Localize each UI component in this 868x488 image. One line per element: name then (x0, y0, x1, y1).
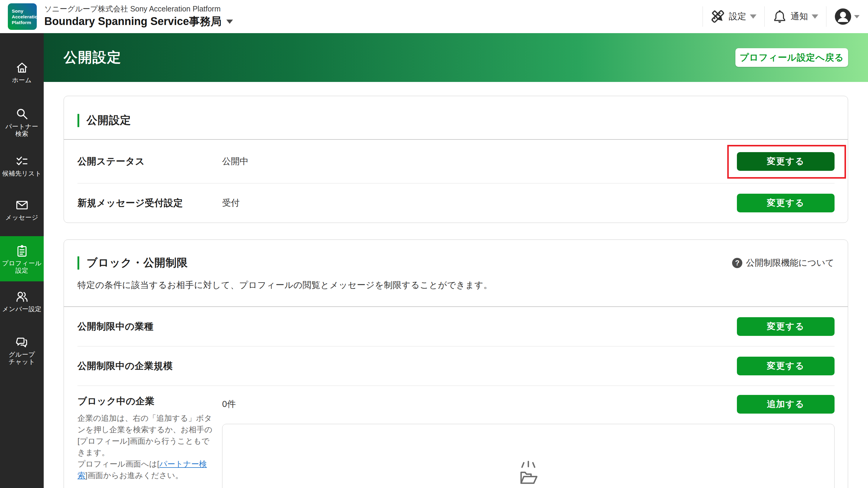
sidebar-item-messages[interactable]: メッセージ (0, 198, 44, 221)
logo-line: Acceleration (12, 14, 37, 20)
members-icon (15, 290, 29, 304)
section-title-block: ブロック・公開制限 (78, 255, 188, 270)
envelope-icon (15, 198, 29, 212)
section-accent-bar (78, 114, 79, 127)
chevron-down-icon (812, 14, 818, 19)
settings-menu[interactable]: 設定 (711, 9, 756, 24)
row-label: 公開ステータス (78, 155, 222, 168)
chevron-down-icon (226, 20, 233, 24)
divider (826, 6, 827, 27)
sony-acceleration-platform-logo[interactable]: Sony Acceleration Platform (8, 3, 37, 30)
page-title: 公開設定 (64, 48, 121, 67)
sidebar-item-label: チャット (9, 358, 35, 365)
ruler-pencil-icon (711, 9, 725, 24)
profile-menu[interactable] (834, 8, 860, 25)
change-publish-status-button[interactable]: 変更する (737, 152, 835, 171)
top-bar: Sony Acceleration Platform ソニーグループ株式会社 S… (0, 0, 868, 33)
avatar-icon (834, 8, 852, 25)
blocked-companies-help-text: 企業の追加は、右の「追加する」ボタンを押し企業を検索するか、お相手の[プロフィー… (78, 412, 214, 481)
account-block: ソニーグループ株式会社 Sony Acceleration Platform B… (44, 4, 233, 29)
row-publish-status: 公開ステータス 公開中 変更する (64, 140, 848, 183)
row-label: 公開制限中の企業規模 (78, 360, 222, 372)
sidebar-item-partner-search[interactable]: パートナー 検索 (0, 107, 44, 137)
block-restriction-card: ブロック・公開制限 ? 公開制限機能について 特定の条件に該当するお相手に対して… (64, 239, 848, 488)
chat-bubbles-icon (15, 335, 29, 349)
sidebar-item-label: 検索 (5, 130, 38, 137)
home-icon (15, 61, 29, 75)
restriction-help-link[interactable]: ? 公開制限機能について (732, 257, 834, 269)
row-label: ブロック中の企業 (78, 395, 222, 408)
divider (703, 6, 703, 27)
sidebar-item-label: 候補先リスト (2, 170, 41, 177)
publish-settings-card: 公開設定 公開ステータス 公開中 変更する 新規メッセージ受付設定 受付 変更す… (64, 96, 848, 223)
sidebar-item-label: 設定 (2, 267, 41, 274)
sidebar-item-label: メッセージ (5, 214, 38, 221)
row-restricted-industries: 公開制限中の業種 変更する (64, 307, 848, 346)
row-blocked-companies: ブロック中の企業 企業の追加は、右の「追加する」ボタンを押し企業を検索するか、お… (64, 386, 848, 488)
chevron-down-icon (750, 14, 756, 19)
settings-label: 設定 (729, 10, 746, 23)
org-name: ソニーグループ株式会社 Sony Acceleration Platform (44, 4, 233, 13)
blocked-companies-empty-panel (222, 424, 835, 488)
checklist-icon (15, 154, 29, 168)
row-label: 新規メッセージ受付設定 (78, 197, 222, 209)
back-to-profile-settings-button[interactable]: プロフィール設定へ戻る (735, 48, 848, 67)
sidebar-item-label: ホーム (12, 76, 32, 84)
row-restricted-company-size: 公開制限中の企業規模 変更する (64, 347, 848, 386)
sidebar-item-profile-settings[interactable]: プロフィール 設定 (0, 236, 44, 281)
sidebar-item-member-settings[interactable]: メンバー設定 (0, 290, 44, 313)
page-header-band: 公開設定 プロフィール設定へ戻る (44, 33, 868, 82)
message-reception-value: 受付 (222, 197, 737, 209)
logo-line: Platform (12, 20, 37, 25)
divider (764, 6, 765, 27)
change-message-reception-button[interactable]: 変更する (737, 194, 835, 213)
section-description: 特定の条件に該当するお相手に対して、プロフィールの閲覧とメッセージを制限すること… (78, 279, 834, 291)
sidebar-item-candidate-list[interactable]: 候補先リスト (0, 154, 44, 177)
account-switcher[interactable]: Boundary Spanning Service事務局 (44, 14, 233, 29)
search-icon (15, 107, 29, 121)
notifications-menu[interactable]: 通知 (772, 9, 818, 24)
clipboard-icon (15, 244, 29, 258)
change-restricted-industries-button[interactable]: 変更する (737, 317, 835, 336)
blocked-companies-count: 0件 (222, 398, 236, 410)
bell-icon (772, 9, 787, 24)
empty-folder-icon (514, 460, 543, 488)
section-title-publish: 公開設定 (78, 113, 131, 128)
section-accent-bar (78, 256, 79, 270)
notifications-label: 通知 (790, 10, 808, 23)
sidebar-item-label: グループ (9, 351, 35, 358)
publish-status-value: 公開中 (222, 156, 737, 167)
main-content: 公開設定 公開ステータス 公開中 変更する 新規メッセージ受付設定 受付 変更す… (44, 82, 868, 488)
sidebar-item-home[interactable]: ホーム (0, 61, 44, 84)
logo-line: Sony (12, 8, 37, 14)
chevron-down-icon (854, 15, 860, 19)
question-icon: ? (732, 258, 742, 268)
sidebar-item-label: メンバー設定 (2, 305, 41, 313)
row-message-reception: 新規メッセージ受付設定 受付 変更する (64, 184, 848, 223)
sidebar-item-group-chat[interactable]: グループ チャット (0, 335, 44, 365)
sidebar-item-label: パートナー (5, 123, 38, 130)
top-bar-actions: 設定 通知 (695, 6, 860, 27)
change-restricted-company-size-button[interactable]: 変更する (737, 357, 835, 375)
row-label: 公開制限中の業種 (78, 320, 222, 333)
add-blocked-company-button[interactable]: 追加する (737, 395, 835, 414)
sidebar: ホーム パートナー 検索 候補先リスト (0, 33, 44, 488)
account-name: Boundary Spanning Service事務局 (44, 14, 221, 29)
sidebar-item-label: プロフィール (2, 260, 41, 267)
